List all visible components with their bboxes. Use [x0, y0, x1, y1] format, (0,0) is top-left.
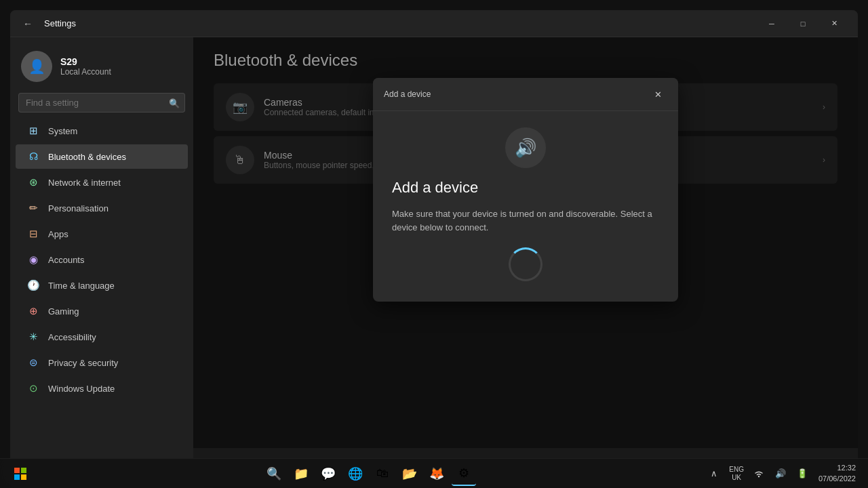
taskbar: 🔍 📁 💬 🌐 🛍 📂 🦊 ⚙ ∧ ENGUK 🔊 🔋 12:32 07/06/…: [0, 458, 868, 488]
windows-logo-icon: [14, 468, 26, 480]
nav-label-accounts: Accounts: [48, 255, 84, 265]
svg-rect-0: [14, 468, 20, 473]
loading-spinner: [509, 247, 542, 281]
minimize-button[interactable]: ─: [756, 10, 787, 37]
start-button[interactable]: [8, 462, 33, 486]
apps-icon: ⊟: [26, 227, 40, 241]
nav-label-personalisation: Personalisation: [48, 203, 108, 214]
modal-overlay: Add a device ✕ 🔊 Add a device Make sure …: [193, 37, 858, 448]
user-name: S29: [60, 56, 111, 67]
nav-item-bluetooth[interactable]: ☊ Bluetooth & devices: [16, 144, 188, 169]
add-device-modal: Add a device ✕ 🔊 Add a device Make sure …: [373, 78, 678, 302]
user-section[interactable]: 👤 S29 Local Account: [10, 45, 193, 93]
modal-close-button[interactable]: ✕: [648, 85, 667, 104]
taskbar-store[interactable]: 🛍: [370, 462, 395, 486]
main-content: Bluetooth & devices 📷 Cameras Connected …: [193, 37, 858, 478]
content-area: 👤 S29 Local Account 🔍 ⊞ System ☊ Bluetoo…: [10, 37, 858, 478]
system-icon: ⊞: [26, 124, 40, 138]
back-button[interactable]: ←: [18, 14, 37, 33]
search-icon: 🔍: [169, 98, 180, 108]
nav-label-system: System: [48, 126, 77, 136]
taskbar-right: ∧ ENGUK 🔊 🔋 12:32 07/06/2022: [705, 462, 860, 485]
privacy-icon: ⊜: [26, 356, 40, 369]
time-display: 12:32: [818, 463, 856, 473]
update-icon: ⊙: [26, 382, 40, 395]
search-box: 🔍: [18, 93, 185, 113]
svg-point-4: [758, 475, 760, 476]
window-controls: ─ □ ✕: [756, 10, 850, 37]
modal-device-icon: 🔊: [505, 127, 546, 168]
overflow-icon[interactable]: ∧: [705, 464, 724, 483]
nav-item-accounts[interactable]: ◉ Accounts: [16, 247, 188, 272]
taskbar-edge[interactable]: 🌐: [343, 462, 368, 486]
personalisation-icon: ✏: [26, 201, 40, 215]
nav-label-network: Network & internet: [48, 178, 121, 188]
bluetooth-icon: ☊: [26, 150, 40, 163]
user-info: S29 Local Account: [60, 56, 111, 77]
network-icon: ⊛: [26, 176, 40, 189]
taskbar-file-explorer[interactable]: 📁: [289, 462, 313, 486]
modal-description: Make sure that your device is turned on …: [392, 207, 659, 234]
nav-label-time: Time & language: [48, 281, 115, 291]
speaker-icon[interactable]: 🔊: [771, 464, 790, 483]
nav-label-update: Windows Update: [48, 384, 115, 394]
accounts-icon: ◉: [26, 253, 40, 266]
taskbar-chat[interactable]: 💬: [316, 462, 340, 486]
nav-item-apps[interactable]: ⊟ Apps: [16, 222, 188, 246]
wifi-signal-icon: [753, 468, 764, 479]
window-title: Settings: [44, 18, 76, 28]
avatar: 👤: [21, 51, 52, 82]
date-display: 07/06/2022: [818, 474, 856, 484]
wifi-icon[interactable]: [749, 464, 768, 483]
sidebar: 👤 S29 Local Account 🔍 ⊞ System ☊ Bluetoo…: [10, 37, 193, 478]
taskbar-center: 🔍 📁 💬 🌐 🛍 📂 🦊 ⚙: [33, 462, 705, 486]
nav-label-privacy: Privacy & security: [48, 358, 118, 368]
accessibility-icon: ✳: [26, 330, 40, 344]
settings-window: ← Settings ─ □ ✕ 👤 S29: [10, 10, 858, 478]
close-button[interactable]: ✕: [818, 10, 850, 37]
title-bar: ← Settings ─ □ ✕: [10, 10, 858, 37]
modal-body: 🔊 Add a device Make sure that your devic…: [373, 111, 678, 302]
taskbar-search[interactable]: 🔍: [262, 462, 286, 486]
modal-heading: Add a device: [392, 179, 659, 197]
nav-item-system[interactable]: ⊞ System: [16, 119, 188, 143]
nav-item-update[interactable]: ⊙ Windows Update: [16, 376, 188, 401]
clock[interactable]: 12:32 07/06/2022: [814, 462, 860, 485]
user-type: Local Account: [60, 67, 111, 77]
svg-rect-2: [14, 474, 20, 480]
taskbar-firefox[interactable]: 🦊: [425, 462, 449, 486]
svg-rect-3: [21, 474, 26, 480]
battery-icon[interactable]: 🔋: [793, 464, 812, 483]
modal-titlebar-label: Add a device: [384, 89, 648, 99]
nav-label-accessibility: Accessibility: [48, 332, 96, 342]
gaming-icon: ⊕: [26, 304, 40, 318]
nav-item-personalisation[interactable]: ✏ Personalisation: [16, 196, 188, 220]
taskbar-files[interactable]: 📂: [397, 462, 422, 486]
nav-item-network[interactable]: ⊛ Network & internet: [16, 170, 188, 195]
time-icon: 🕐: [26, 279, 40, 292]
nav-label-apps: Apps: [48, 229, 68, 239]
svg-rect-1: [21, 468, 26, 473]
nav-label-bluetooth: Bluetooth & devices: [48, 152, 126, 162]
modal-titlebar: Add a device ✕: [373, 78, 678, 111]
nav-label-gaming: Gaming: [48, 306, 79, 317]
nav-item-accessibility[interactable]: ✳ Accessibility: [16, 325, 188, 349]
nav-item-privacy[interactable]: ⊜ Privacy & security: [16, 350, 188, 375]
taskbar-settings[interactable]: ⚙: [452, 462, 476, 486]
search-input[interactable]: [18, 93, 185, 113]
language-badge[interactable]: ENGUK: [726, 464, 747, 483]
nav-item-time[interactable]: 🕐 Time & language: [16, 273, 188, 298]
maximize-button[interactable]: □: [787, 10, 818, 37]
nav-item-gaming[interactable]: ⊕ Gaming: [16, 299, 188, 323]
